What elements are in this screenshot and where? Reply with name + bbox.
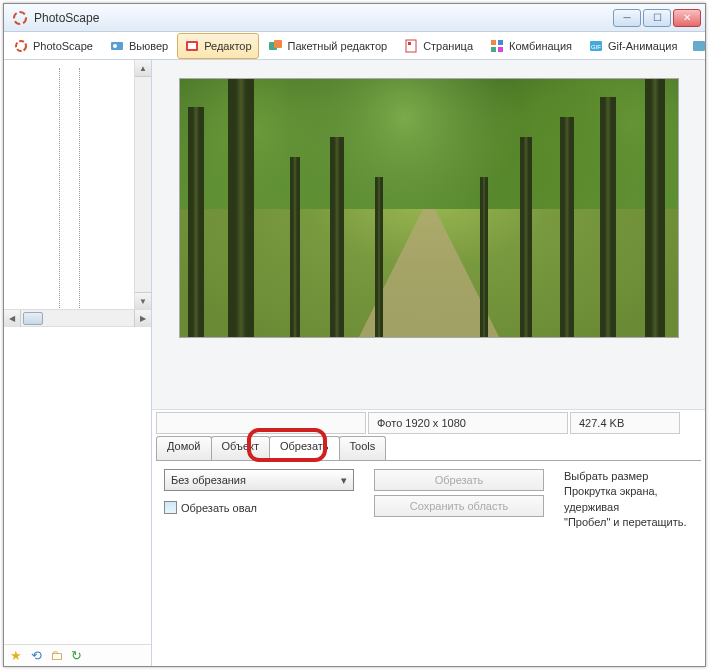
tab-photoscape[interactable]: PhotoScape — [6, 33, 100, 59]
help-line: Выбрать размер — [564, 469, 693, 484]
svg-point-3 — [113, 44, 117, 48]
gif-icon: GIF — [588, 38, 604, 54]
crop-panel: Без обрезания Обрезать овал Обрезать Сох… — [156, 460, 701, 666]
photoscape-icon — [13, 38, 29, 54]
main-area: ▲ ▼ ◀ ▶ ★ ⟲ 🗀 ↻ — [4, 60, 705, 666]
sidebar-footer: ★ ⟲ 🗀 ↻ — [4, 644, 151, 666]
svg-rect-8 — [406, 40, 416, 52]
editor-icon — [184, 38, 200, 54]
tab-label: Пакетный редактор — [288, 40, 388, 52]
info-slot-empty — [156, 412, 366, 434]
crop-help-text: Выбрать размер Прокрутка экрана, удержив… — [564, 469, 693, 658]
dropdown-value: Без обрезания — [171, 474, 246, 486]
svg-point-0 — [14, 12, 26, 24]
svg-point-1 — [16, 41, 26, 51]
tab-home[interactable]: Домой — [156, 436, 212, 460]
tab-label: Объект — [222, 440, 259, 452]
svg-rect-12 — [491, 47, 496, 52]
tab-label: Редактор — [204, 40, 251, 52]
svg-rect-7 — [274, 40, 282, 48]
folder-icon[interactable]: 🗀 — [48, 648, 64, 664]
tab-label: Обрезать — [280, 440, 329, 452]
info-bar: Фото 1920 x 1080 427.4 KB — [152, 410, 705, 436]
button-label: Сохранить область — [410, 500, 508, 512]
help-line: "Пробел" и перетащить. — [564, 515, 693, 530]
tab-viewer[interactable]: Вьювер — [102, 33, 175, 59]
editor-tabs: Домой Объект Обрезать Tools — [152, 436, 705, 460]
crop-oval-label: Обрезать овал — [181, 502, 257, 514]
tab-label: Вьювер — [129, 40, 168, 52]
scroll-down-button[interactable]: ▼ — [135, 292, 151, 309]
tab-label: Gif-Анимация — [608, 40, 677, 52]
window-controls: ─ ☐ ✕ — [613, 9, 701, 27]
save-area-button[interactable]: Сохранить область — [374, 495, 544, 517]
photo-preview[interactable] — [179, 78, 679, 338]
svg-rect-16 — [693, 41, 705, 51]
tree-hscrollbar[interactable]: ◀ ▶ — [4, 310, 151, 327]
help-line: Прокрутка экрана, удерживая — [564, 484, 693, 515]
content-area: Фото 1920 x 1080 427.4 KB Домой Объект О… — [152, 60, 705, 666]
link-icon[interactable]: ⟲ — [28, 648, 44, 664]
refresh-icon[interactable]: ↻ — [68, 648, 84, 664]
tab-more[interactable] — [686, 33, 709, 59]
more-icon — [691, 38, 707, 54]
crop-button[interactable]: Обрезать — [374, 469, 544, 491]
svg-rect-10 — [491, 40, 496, 45]
page-icon — [403, 38, 419, 54]
scroll-left-button[interactable]: ◀ — [4, 310, 21, 327]
app-icon — [12, 10, 28, 26]
sidebar: ▲ ▼ ◀ ▶ ★ ⟲ 🗀 ↻ — [4, 60, 152, 666]
svg-rect-9 — [408, 42, 411, 45]
tab-editor[interactable]: Редактор — [177, 33, 258, 59]
minimize-button[interactable]: ─ — [613, 9, 641, 27]
crop-oval-row: Обрезать овал — [164, 501, 354, 514]
scroll-thumb[interactable] — [23, 312, 43, 325]
canvas[interactable] — [152, 60, 705, 410]
svg-rect-11 — [498, 40, 503, 45]
close-button[interactable]: ✕ — [673, 9, 701, 27]
window-title: PhotoScape — [34, 11, 99, 25]
thumbnail-area[interactable] — [4, 327, 151, 644]
tab-gif[interactable]: GIF Gif-Анимация — [581, 33, 684, 59]
tree-vscrollbar[interactable]: ▲ ▼ — [134, 60, 151, 309]
tab-label: PhotoScape — [33, 40, 93, 52]
tab-batch-editor[interactable]: Пакетный редактор — [261, 33, 395, 59]
app-window: PhotoScape ─ ☐ ✕ PhotoScape Вьювер Редак… — [3, 3, 706, 667]
tab-label: Комбинация — [509, 40, 572, 52]
svg-rect-5 — [188, 43, 196, 49]
tab-label: Tools — [350, 440, 376, 452]
tab-object[interactable]: Объект — [211, 436, 270, 460]
batch-icon — [268, 38, 284, 54]
scroll-up-button[interactable]: ▲ — [135, 60, 151, 77]
tab-label: Страница — [423, 40, 473, 52]
main-toolbar: PhotoScape Вьювер Редактор Пакетный реда… — [4, 32, 705, 60]
viewer-icon — [109, 38, 125, 54]
tab-crop[interactable]: Обрезать — [269, 436, 340, 460]
crop-mode-dropdown[interactable]: Без обрезания — [164, 469, 354, 491]
crop-oval-checkbox[interactable] — [164, 501, 177, 514]
combine-icon — [489, 38, 505, 54]
button-label: Обрезать — [435, 474, 484, 486]
tab-page[interactable]: Страница — [396, 33, 480, 59]
photo-dimensions: Фото 1920 x 1080 — [368, 412, 568, 434]
titlebar: PhotoScape ─ ☐ ✕ — [4, 4, 705, 32]
scroll-track[interactable] — [21, 310, 134, 326]
svg-rect-13 — [498, 47, 503, 52]
star-icon[interactable]: ★ — [8, 648, 24, 664]
svg-text:GIF: GIF — [591, 44, 601, 50]
tab-combine[interactable]: Комбинация — [482, 33, 579, 59]
scroll-right-button[interactable]: ▶ — [134, 310, 151, 327]
maximize-button[interactable]: ☐ — [643, 9, 671, 27]
tab-tools[interactable]: Tools — [339, 436, 387, 460]
photo-filesize: 427.4 KB — [570, 412, 680, 434]
tab-label: Домой — [167, 440, 201, 452]
folder-tree[interactable]: ▲ ▼ — [4, 60, 151, 310]
